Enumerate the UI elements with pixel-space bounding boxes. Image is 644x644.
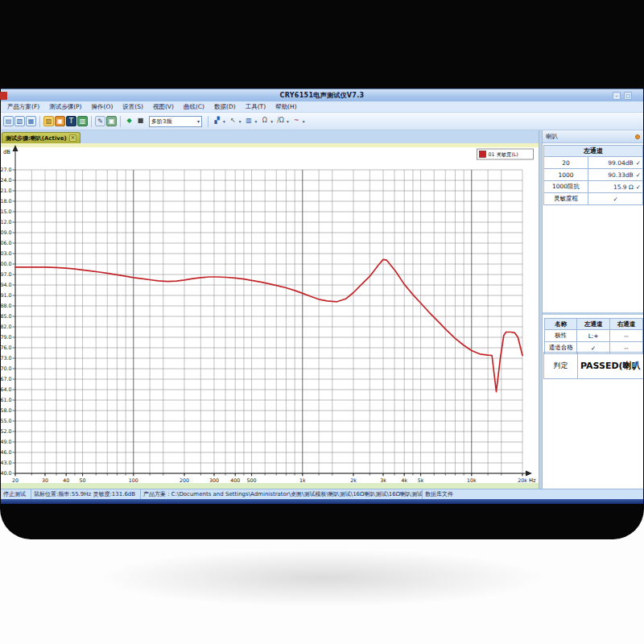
export-icon[interactable]: ▥ <box>77 116 88 126</box>
chevron-down-icon[interactable]: ▾ <box>197 118 200 124</box>
series-style-icon[interactable]: ▞ <box>212 116 222 126</box>
screen: CRY6151电声测试仪V7.3 – □ 产品方案(F)测试步骤(P)操作(O)… <box>1 89 643 504</box>
channel-header: 左通道 <box>544 146 643 157</box>
check-icon: ✓ <box>636 159 641 167</box>
y-tick-label: 118.0 <box>1 198 12 204</box>
menu-item-8[interactable]: 工具(T) <box>241 101 270 113</box>
y-tick-label: 67.0 <box>1 376 12 382</box>
measure-value-cell: 90.33dB✓ <box>588 169 643 181</box>
report-icon[interactable]: T <box>66 116 76 126</box>
maximize-button[interactable]: □ <box>624 92 632 100</box>
menu-item-5[interactable]: 视图(V) <box>148 101 179 113</box>
frequency-response-chart[interactable]: 127.0124.0121.0118.0115.0112.0109.0106.0… <box>1 143 539 489</box>
measure-value-wrap: 15.9 Ω✓ <box>590 184 641 191</box>
horizontal-splitter[interactable] <box>543 312 643 315</box>
summary-header-2: 左通道 <box>577 319 609 330</box>
summary-header-3: 右通道 <box>609 319 642 330</box>
summary-cell: -- <box>609 330 642 342</box>
toolbar-separator <box>208 116 208 127</box>
y-tick-label: 52.0 <box>1 428 12 434</box>
chevron-down-icon[interactable]: ▾ <box>255 119 258 124</box>
snapshot-icon[interactable]: ▣ <box>106 116 117 126</box>
measure-mode-dropdown[interactable]: 多阶3频▾ <box>149 116 202 127</box>
y-tick-label: 82.0 <box>1 324 12 329</box>
menu-item-7[interactable]: 数据(D) <box>209 101 241 113</box>
bar-analysis-icon[interactable]: ▥ <box>244 116 254 126</box>
toolbar-separator <box>120 116 121 127</box>
sensitivity-curve <box>15 259 522 391</box>
chart-panel[interactable]: 127.0124.0121.0118.0115.0112.0109.0106.0… <box>1 143 539 489</box>
y-tick-label: 109.0 <box>1 229 12 235</box>
table-row: 极性L:+-- <box>545 330 643 342</box>
measure-name: 20 <box>544 157 588 169</box>
x-tick-label: 5k <box>418 477 424 483</box>
menu-item-6[interactable]: 曲线(C) <box>179 101 209 113</box>
x-axis-unit: Hz <box>529 477 536 484</box>
save-icon[interactable]: ▣ <box>55 116 65 126</box>
measure-mode-value: 多阶3频 <box>151 118 197 126</box>
x-tick-label: 200 <box>180 477 189 483</box>
y-tick-label: 64.0 <box>1 386 12 392</box>
chevron-down-icon[interactable]: ▾ <box>287 119 289 124</box>
chevron-down-icon[interactable]: ▾ <box>239 119 242 124</box>
menu-item-4[interactable]: 设置(S) <box>118 101 148 113</box>
menu-item-3[interactable]: 操作(O) <box>87 101 118 113</box>
open-file-icon[interactable]: ▨ <box>43 116 54 126</box>
chevron-down-icon[interactable]: ▾ <box>270 119 273 124</box>
minimize-button[interactable]: – <box>613 92 621 100</box>
chevron-down-icon[interactable]: ▾ <box>223 119 225 124</box>
app-icon <box>0 92 7 100</box>
table-row: 100090.33dB✓ <box>544 169 643 181</box>
x-tick-label: 400 <box>230 477 240 483</box>
stop-test-icon[interactable]: ■ <box>135 116 146 126</box>
y-tick-label: 73.0 <box>1 355 12 361</box>
y-tick-label: 46.0 <box>1 449 12 455</box>
impedance-icon[interactable]: /Ω <box>275 116 286 126</box>
check-icon: ✓ <box>636 171 641 179</box>
verdict-label: 判定 <box>544 353 578 378</box>
cursor-tool-icon[interactable]: ↖ <box>228 116 238 126</box>
toolbar-separator <box>39 116 40 127</box>
tab-test-step-speaker[interactable]: 测试步骤:喇叭(Active) × <box>2 132 80 143</box>
measure-value-wrap: ✓ <box>590 196 641 203</box>
menu-item-9[interactable]: 帮助(H) <box>270 101 302 113</box>
window-cascade-icon[interactable]: ▧ <box>14 116 25 126</box>
headphone-test-icon[interactable]: Ω <box>259 116 270 126</box>
x-tick-label: 40 <box>63 477 69 483</box>
window-tile-icon[interactable]: ▦ <box>26 116 36 126</box>
measure-name: 灵敏度框 <box>544 193 588 205</box>
status-bar: 停止测试鼠标位置:频率:55.9Hz 灵敏度:131.6dB产品方案 : C:\… <box>1 489 643 499</box>
chart-column: 测试步骤:喇叭(Active) × 127.0124.0121.0118.011… <box>1 130 539 489</box>
start-test-icon[interactable]: ◆ <box>124 116 134 126</box>
check-icon: ✓ <box>636 184 641 191</box>
check-icon: ✓ <box>613 196 617 203</box>
y-tick-label: 85.0 <box>1 313 12 319</box>
pin-icon[interactable] <box>635 134 640 139</box>
y-tick-label: 49.0 <box>1 439 12 444</box>
window-title: CRY6151电声测试仪V7.3 <box>1 91 643 100</box>
menu-item-2[interactable]: 测试步骤(P) <box>44 101 86 113</box>
y-tick-label: 100.0 <box>1 261 12 266</box>
y-tick-label: 91.0 <box>1 292 12 298</box>
measure-name: 1000 <box>544 169 588 181</box>
tab-close-icon[interactable]: × <box>69 134 76 142</box>
table-row: 灵敏度框✓ <box>544 193 643 205</box>
curve-tool-icon[interactable]: ~ <box>291 116 302 126</box>
summary-cell: 极性 <box>545 330 577 342</box>
chart-axes: 127.0124.0121.0118.0115.0112.0109.0106.0… <box>1 145 536 484</box>
title-bar: CRY6151电声测试仪V7.3 – □ <box>1 89 643 101</box>
verdict-value: PASSED(喇叭 <box>578 360 643 372</box>
x-tick-label: 30 <box>42 477 48 483</box>
x-tick-label: 20k <box>518 477 527 483</box>
edit-icon[interactable]: ✎ <box>95 116 105 126</box>
y-tick-label: 121.0 <box>1 188 12 193</box>
chevron-down-icon[interactable]: ▾ <box>303 119 305 124</box>
measure-value: 99.04dB <box>608 159 633 167</box>
window-new-icon[interactable]: ▤ <box>3 116 14 126</box>
table-row: 2099.04dB✓ <box>544 157 643 169</box>
y-tick-label: 127.0 <box>1 167 12 172</box>
x-tick-label: 500 <box>247 477 257 483</box>
menu-item-1[interactable]: 产品方案(F) <box>2 101 44 113</box>
side-panel-body: 左通道2099.04dB✓100090.33dB✓1000阻抗15.9 Ω✓灵敏… <box>543 143 643 489</box>
y-tick-label: 103.0 <box>1 250 12 256</box>
